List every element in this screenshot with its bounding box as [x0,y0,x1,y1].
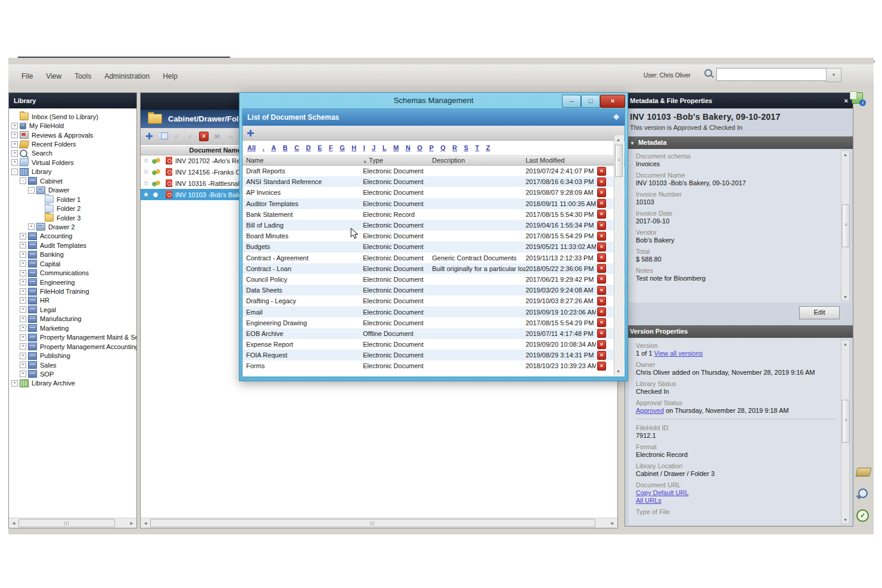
expand-icon[interactable]: + [20,353,26,359]
schema-row[interactable]: AP InvoicesElectronic Document2019/08/07… [243,187,625,198]
expand-icon[interactable]: + [11,132,18,138]
menu-item-help[interactable]: Help [163,72,178,80]
delete-schema-button[interactable]: × [597,232,606,241]
tree-item-capital[interactable]: +Capital [9,259,136,268]
tree-item-filehold-training[interactable]: +FileHold Training [9,287,136,295]
tree-item-folder-1[interactable]: Folder 1 [9,195,136,204]
tree-item-communications[interactable]: +Communications [9,268,136,277]
scroll-up-icon[interactable]: ▲ [614,136,622,144]
delete-schema-button[interactable]: × [597,351,606,360]
star-icon[interactable]: ☆ [143,179,151,187]
alpha-filter-i[interactable]: I [364,144,365,151]
scroll-thumb[interactable] [18,519,115,527]
expand-icon[interactable]: + [20,325,26,331]
schema-row[interactable]: Contract - AgreementElectronic DocumentG… [243,253,625,263]
menu-item-view[interactable]: View [46,72,61,80]
schema-column-last-modified[interactable]: Last Modified [526,155,603,165]
delete-schema-button[interactable]: × [597,167,606,176]
search-input[interactable] [716,68,827,81]
schema-row[interactable]: Drafting - LegacyElectronic Document2019… [243,295,625,306]
tree-item-cabinet[interactable]: -Cabinet [9,176,136,185]
close-icon[interactable]: × [844,93,848,108]
delete-schema-button[interactable]: × [597,297,606,306]
expand-icon[interactable]: + [20,242,26,248]
expand-icon[interactable]: + [28,223,35,230]
tree-item-property-management-accounting[interactable]: +Property Management Accounting [9,342,136,351]
delete-schema-button[interactable]: × [597,253,606,262]
expand-icon[interactable]: + [11,150,18,157]
alpha-filter-m[interactable]: M [393,144,399,151]
schema-row[interactable]: Engineering DrawingElectronic Document20… [243,318,625,328]
schema-row[interactable]: Draft ReportsElectronic Document2019/07/… [243,166,625,176]
alpha-filter-o[interactable]: O [417,144,423,151]
alpha-filter-c[interactable]: C [294,144,299,151]
star-icon[interactable]: ☆ [143,157,151,164]
scroll-thumb[interactable]: ≡ [842,204,850,247]
library-hscrollbar[interactable]: ◄ ► [9,518,136,528]
expand-icon[interactable]: + [20,270,26,276]
alpha-filter-h[interactable]: H [352,144,356,151]
alpha-filter-z[interactable]: Z [486,144,490,151]
delete-icon[interactable]: × [199,132,209,141]
tree-item-library[interactable]: -Library [9,167,136,176]
metadata-section-header[interactable]: ▼Metadata [625,136,853,149]
tree-item-folder-3[interactable]: Folder 3 [9,213,136,222]
delete-schema-button[interactable]: × [597,362,606,371]
expand-icon[interactable]: + [11,159,18,166]
delete-schema-button[interactable]: × [597,242,606,251]
tree-item-audit-templates[interactable]: +Audit Templates [9,241,136,250]
schema-row[interactable]: Bank StatementElectronic Record2017/08/1… [243,209,625,220]
schema-row[interactable]: EmailElectronic Document2019/09/19 10:23… [243,306,625,317]
scroll-down-icon[interactable]: ▼ [614,368,622,375]
collapse-icon[interactable]: - [11,169,18,175]
alpha-filter-e[interactable]: E [318,144,322,151]
alpha-filter-all[interactable]: All [247,144,256,151]
delete-schema-button[interactable]: × [597,318,606,327]
alpha-filter-n[interactable]: N [406,144,411,151]
tree-item-manufacturing[interactable]: +Manufacturing [9,315,136,323]
tree-item-reviews-approvals[interactable]: +Reviews & Approvals [9,130,136,139]
tree-item-engineering[interactable]: +Engineering [9,278,136,287]
tree-item-folder-2[interactable]: Folder 2 [9,204,136,213]
expand-icon[interactable]: + [11,123,18,129]
alpha-filter-f[interactable]: F [329,144,333,151]
scroll-right-icon[interactable]: ► [127,521,136,526]
scroll-thumb[interactable]: ≡ [615,145,623,177]
delete-schema-button[interactable]: × [597,199,606,208]
menu-item-file[interactable]: File [21,72,33,80]
expand-icon[interactable]: + [20,233,26,239]
schema-row[interactable]: Council PolicyElectronic Document2017/06… [243,274,625,285]
schema-row[interactable]: Data SheetsElectronic Document2019/03/20… [243,285,625,295]
all-urls-link[interactable]: All URLs [636,497,662,504]
tree-item-my-filehold[interactable]: +My FileHold [9,121,136,130]
minimize-button[interactable]: – [562,95,581,108]
delete-schema-button[interactable]: × [597,178,606,186]
schema-row[interactable]: Bill of LadingElectronic Document2019/04… [243,220,625,231]
copy-icon[interactable] [158,132,168,141]
delete-schema-button[interactable]: × [597,264,606,273]
add-schema-icon[interactable] [246,129,255,138]
expand-icon[interactable]: + [20,316,26,322]
expand-icon[interactable]: + [20,362,26,368]
checkout-icon[interactable]: ✓ [172,132,182,141]
tree-item-accounting[interactable]: +Accounting [9,232,136,241]
alpha-filter-t[interactable]: T [475,144,479,151]
refresh-icon[interactable]: ❖ [613,109,620,126]
expand-icon[interactable]: + [20,371,26,377]
menu-item-tools[interactable]: Tools [74,72,91,80]
add-document-icon[interactable] [144,132,154,141]
link-icon[interactable]: ∞ [226,132,236,141]
tree-item-recent-folders[interactable]: +Recent Folders [9,139,136,148]
expand-icon[interactable]: + [20,297,26,304]
scroll-down-icon[interactable]: ▼ [841,293,849,301]
alpha-filter-j[interactable]: J [372,144,375,151]
alpha-filter-p[interactable]: P [429,144,433,151]
tree-item-inbox-send-to-library[interactable]: Inbox (Send to Library) [9,112,136,121]
scroll-thumb[interactable] [150,519,595,527]
expand-icon[interactable]: + [11,380,18,387]
tree-item-hr[interactable]: +HR [9,296,136,305]
expand-icon[interactable]: + [20,251,26,258]
tree-item-library-archive[interactable]: +Library Archive [9,379,136,388]
tree-item-sop[interactable]: +SOP [9,369,136,378]
tree-item-drawer-2[interactable]: +Drawer 2 [9,222,136,231]
